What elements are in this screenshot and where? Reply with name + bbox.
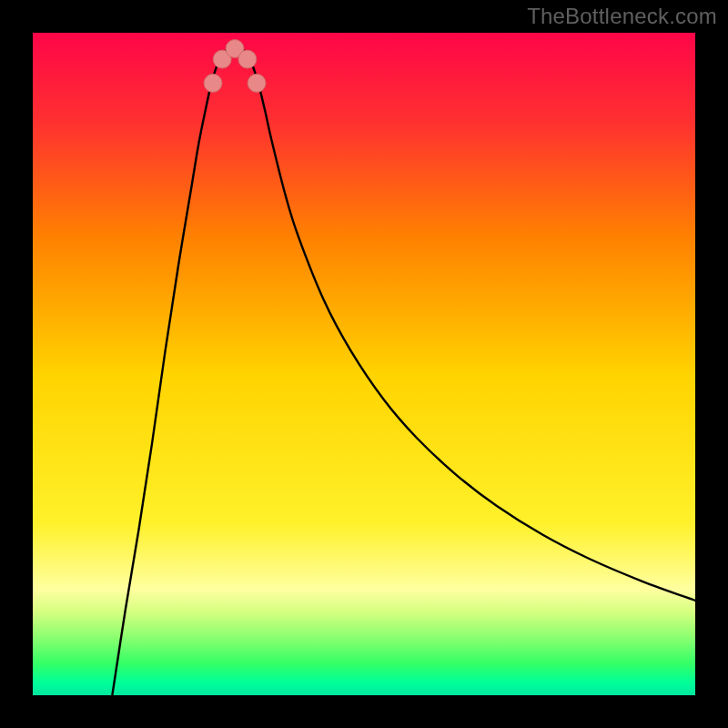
gradient-band (33, 33, 695, 523)
data-marker (204, 74, 222, 92)
watermark-text: TheBottleneck.com (527, 4, 717, 29)
chart-frame: TheBottleneck.com (0, 0, 728, 728)
data-marker (248, 74, 266, 92)
data-marker (238, 50, 257, 68)
plot-area (33, 33, 695, 695)
gradient-band (33, 590, 695, 695)
chart-svg (33, 33, 695, 695)
gradient-band (33, 523, 695, 590)
